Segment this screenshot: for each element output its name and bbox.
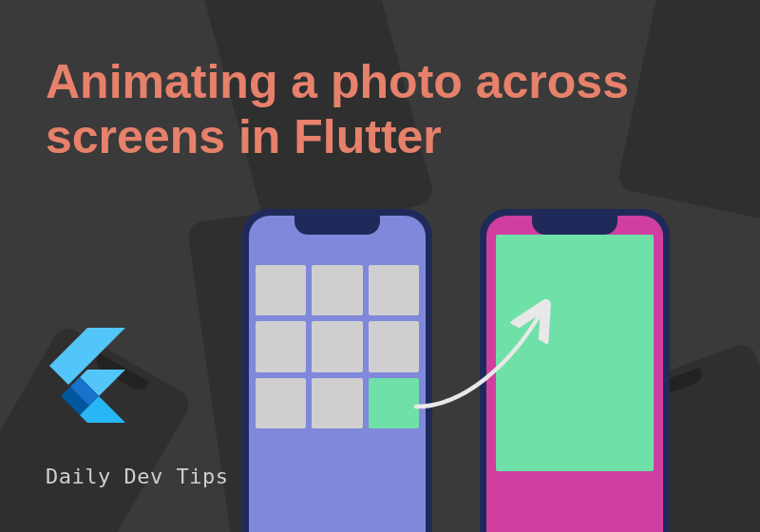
phones-illustration — [242, 209, 670, 532]
phone-grid-screen — [242, 209, 432, 532]
flutter-logo-icon — [46, 328, 125, 423]
grid-cell — [369, 265, 419, 315]
grid-cell — [312, 378, 362, 428]
brand-text: Daily Dev Tips — [46, 465, 228, 488]
grid-cell — [312, 265, 362, 315]
grid-cell — [256, 265, 306, 315]
phone-notch — [294, 216, 380, 235]
grid-cell — [369, 321, 419, 371]
grid-cell — [312, 321, 362, 371]
thumbnail-grid — [256, 265, 419, 428]
grid-cell-selected — [369, 378, 419, 428]
grid-cell — [256, 321, 306, 371]
expanded-photo — [496, 235, 654, 471]
grid-cell — [256, 378, 306, 428]
headline-text: Animating a photo across screens in Flut… — [46, 55, 722, 164]
phone-detail-screen — [480, 209, 670, 532]
phone-notch — [532, 216, 618, 235]
